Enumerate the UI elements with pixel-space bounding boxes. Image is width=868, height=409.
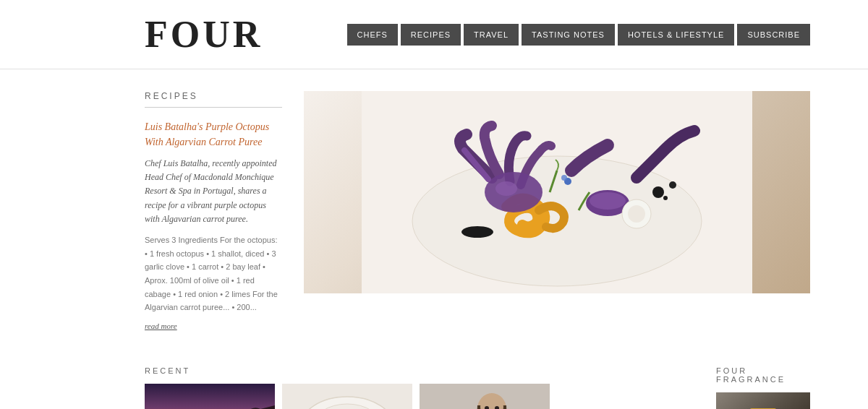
recent-images bbox=[145, 384, 702, 409]
nav-subscribe[interactable]: SUBSCRIBE bbox=[737, 24, 810, 46]
bottom-section: RECENT bbox=[0, 352, 868, 409]
fragrance-section: FOUR FRAGRANCE bbox=[716, 366, 810, 409]
article-title[interactable]: Luis Batalha's Purple Octopus With Algar… bbox=[145, 119, 282, 150]
svg-rect-44 bbox=[716, 392, 810, 409]
dish-svg bbox=[304, 91, 810, 293]
svg-point-1 bbox=[412, 156, 702, 286]
nav-hotels[interactable]: HOTELS & LIFESTYLE bbox=[618, 24, 735, 46]
left-column: RECIPES Luis Batalha's Purple Octopus Wi… bbox=[145, 91, 282, 330]
nav: CHEFS RECIPES TRAVEL TASTING NOTES HOTEL… bbox=[347, 24, 811, 46]
svg-point-10 bbox=[669, 181, 676, 189]
recent-image-1[interactable] bbox=[145, 384, 275, 409]
svg-point-13 bbox=[561, 175, 567, 181]
recent-section: RECENT bbox=[145, 366, 702, 409]
svg-point-8 bbox=[461, 226, 493, 238]
read-more-link[interactable]: read more bbox=[145, 322, 282, 330]
svg-point-11 bbox=[663, 196, 668, 200]
nav-travel[interactable]: TRAVEL bbox=[464, 24, 519, 46]
svg-point-7 bbox=[628, 205, 645, 223]
article-desc-italic: Chef Luis Batalha, recently appointed He… bbox=[145, 157, 282, 226]
fragrance-image[interactable] bbox=[716, 392, 810, 409]
section-label: RECIPES bbox=[145, 91, 282, 108]
article-desc: Serves 3 Ingredients For the octopus: • … bbox=[145, 233, 282, 314]
nav-chefs[interactable]: CHEFS bbox=[347, 24, 398, 46]
svg-point-5 bbox=[590, 192, 626, 210]
nav-recipes[interactable]: RECIPES bbox=[401, 24, 461, 46]
nav-tasting-notes[interactable]: TASTING NOTES bbox=[522, 24, 615, 46]
svg-point-3 bbox=[495, 181, 517, 196]
hero-image bbox=[304, 91, 810, 293]
svg-point-9 bbox=[652, 186, 664, 198]
recent-label: RECENT bbox=[145, 366, 702, 375]
logo[interactable]: FOUR bbox=[145, 13, 263, 56]
fragrance-label: FOUR FRAGRANCE bbox=[716, 366, 810, 384]
main-content: RECIPES Luis Batalha's Purple Octopus Wi… bbox=[0, 69, 868, 352]
recent-image-3[interactable] bbox=[420, 384, 550, 409]
svg-rect-14 bbox=[145, 384, 275, 409]
header: FOUR CHEFS RECIPES TRAVEL TASTING NOTES … bbox=[0, 0, 868, 69]
recent-image-2[interactable] bbox=[282, 384, 412, 409]
